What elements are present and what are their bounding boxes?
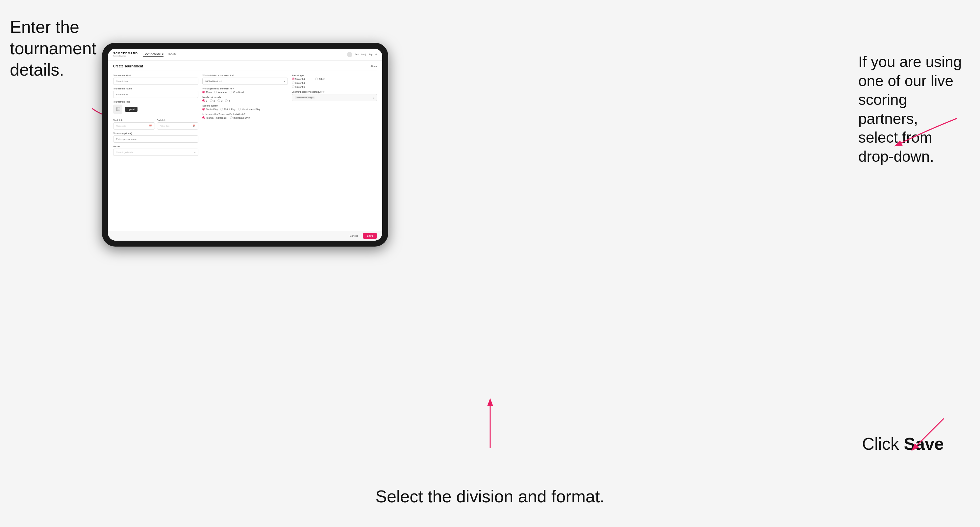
save-button[interactable]: Save — [363, 233, 377, 239]
scoring-match-radio[interactable] — [220, 108, 223, 111]
rounds-4-radio[interactable] — [225, 99, 228, 102]
host-input[interactable] — [113, 78, 198, 85]
host-group: Tournament Host — [113, 74, 198, 85]
brand: SCOREBOARD Powered by clipp! — [113, 52, 138, 57]
division-select[interactable]: NCAA Division I ▾ — [202, 78, 288, 85]
end-date-input[interactable]: Pick a date 📅 — [157, 122, 199, 130]
scoring-match[interactable]: Match Play — [220, 108, 235, 111]
host-label: Tournament Host — [113, 74, 198, 76]
arrow-bottom-center — [457, 395, 523, 461]
scoring-stroke-radio[interactable] — [202, 108, 205, 111]
name-input[interactable] — [113, 91, 198, 98]
logo-group: Tournament logo 🖼 Upload — [113, 101, 198, 114]
format-other-radio[interactable] — [315, 78, 318, 80]
cancel-button[interactable]: Cancel — [347, 233, 360, 239]
form-grid: Tournament Host Tournament name Tourname… — [113, 74, 377, 156]
format-6count5-radio[interactable] — [292, 86, 294, 88]
rounds-2-label: 2 — [213, 100, 215, 102]
start-date-input[interactable]: Pick a date 📅 — [113, 122, 155, 130]
gender-combined-label: Combined — [233, 91, 244, 94]
rounds-1[interactable]: 1 — [202, 99, 207, 102]
gender-womens[interactable]: Womens — [214, 91, 227, 94]
gender-combined[interactable]: Combined — [230, 91, 244, 94]
team-radio-group: Teams (+Individuals) Individuals Only — [202, 116, 288, 119]
click-save-prefix: Click — [862, 434, 904, 453]
live-scoring-group: Use third-party live scoring API? Leader… — [292, 91, 377, 101]
date-row: Start date Pick a date 📅 End date Pick a… — [113, 116, 198, 130]
scoring-match-label: Match Play — [224, 108, 235, 111]
nav-tournaments[interactable]: TOURNAMENTS — [143, 52, 164, 57]
format-6count4-label: 6 count 4 — [296, 82, 305, 84]
rounds-4-label: 4 — [229, 100, 230, 102]
format-6count4-radio[interactable] — [292, 81, 294, 84]
click-save-bold: Save — [904, 434, 944, 453]
team-individuals-radio[interactable] — [230, 116, 232, 119]
scoring-group: Scoring system Stroke Play Match Play — [202, 105, 288, 111]
end-date-group: End date Pick a date 📅 — [157, 116, 199, 130]
annotation-top-right: If you are using one of our live scoring… — [858, 52, 970, 166]
gender-group: Which gender is the event for? Mens Wome… — [202, 87, 288, 94]
venue-select[interactable]: Search golf club ▾ — [113, 149, 198, 156]
upload-button[interactable]: Upload — [125, 107, 137, 112]
team-individuals[interactable]: Individuals Only — [230, 116, 250, 119]
team-individuals-label: Individuals Only — [234, 117, 250, 119]
format-other[interactable]: Other — [315, 78, 325, 80]
tag-close-icon[interactable]: × — [312, 97, 313, 98]
format-6count4[interactable]: 6 count 4 — [292, 81, 377, 84]
navbar-right: Test User | Sign out — [347, 52, 377, 57]
format-options: 5 count 4 Other 6 count 4 — [292, 78, 377, 88]
format-6count5[interactable]: 6 count 5 — [292, 86, 377, 88]
gender-womens-radio[interactable] — [214, 91, 217, 94]
gender-mens-radio[interactable] — [202, 91, 205, 94]
rounds-radio-group: 1 2 3 4 — [202, 99, 288, 102]
logo-label: Tournament logo — [113, 101, 198, 103]
division-label: Which division is the event for? — [202, 74, 288, 76]
left-section: Tournament Host Tournament name Tourname… — [113, 74, 198, 156]
live-scoring-tag: Leaderboard King × — [295, 96, 315, 99]
rounds-2[interactable]: 2 — [210, 99, 215, 102]
format-group: Format type 5 count 4 Other — [292, 74, 377, 88]
team-group: Is this event for Teams and/or Individua… — [202, 113, 288, 119]
format-6count5-label: 6 count 5 — [296, 86, 305, 88]
format-5count4[interactable]: 5 count 4 — [292, 78, 305, 80]
rounds-2-radio[interactable] — [210, 99, 213, 102]
name-group: Tournament name — [113, 87, 198, 98]
rounds-3-radio[interactable] — [218, 99, 220, 102]
live-scoring-label: Use third-party live scoring API? — [292, 91, 377, 93]
rounds-3[interactable]: 3 — [218, 99, 223, 102]
calendar-icon: 📅 — [149, 125, 152, 127]
team-teams[interactable]: Teams (+Individuals) — [202, 116, 227, 119]
live-scoring-chevron: ▾ — [373, 97, 374, 99]
brand-title: SCOREBOARD — [113, 52, 138, 55]
rounds-4[interactable]: 4 — [225, 99, 230, 102]
rounds-3-label: 3 — [221, 100, 223, 102]
sign-out-link[interactable]: Sign out — [368, 53, 377, 56]
rounds-1-radio[interactable] — [202, 99, 205, 102]
scoring-medal-radio[interactable] — [238, 108, 241, 111]
gender-combined-radio[interactable] — [230, 91, 232, 94]
gender-mens-label: Mens — [206, 91, 212, 94]
brand-sub: Powered by clipp! — [113, 55, 138, 57]
rounds-label: Number of rounds — [202, 96, 288, 98]
nav-teams[interactable]: TEAMS — [167, 52, 177, 57]
back-link[interactable]: ‹ Back — [369, 65, 377, 68]
start-date-placeholder: Pick a date — [116, 125, 126, 127]
form-title: Create Tournament — [113, 64, 143, 68]
middle-section: Which division is the event for? NCAA Di… — [202, 74, 288, 156]
scoring-stroke[interactable]: Stroke Play — [202, 108, 218, 111]
scoring-medal-label: Medal Match Play — [242, 108, 260, 111]
scoring-label: Scoring system — [202, 105, 288, 107]
nav-links: TOURNAMENTS TEAMS — [143, 52, 177, 57]
live-scoring-value: Leaderboard King — [296, 97, 312, 98]
start-date-group: Start date Pick a date 📅 — [113, 116, 155, 130]
annotation-top-left: Enter the tournament details. — [10, 16, 102, 81]
tablet-device: SCOREBOARD Powered by clipp! TOURNAMENTS… — [102, 43, 388, 246]
scoring-medal[interactable]: Medal Match Play — [238, 108, 260, 111]
sponsor-group: Sponsor (optional) — [113, 132, 198, 143]
team-teams-radio[interactable] — [202, 116, 205, 119]
format-5count4-radio[interactable] — [292, 78, 294, 80]
sponsor-input[interactable] — [113, 135, 198, 143]
gender-mens[interactable]: Mens — [202, 91, 212, 94]
form-container: Create Tournament ‹ Back Tournament Host… — [108, 60, 382, 231]
live-scoring-select[interactable]: Leaderboard King × ▾ — [292, 94, 377, 101]
